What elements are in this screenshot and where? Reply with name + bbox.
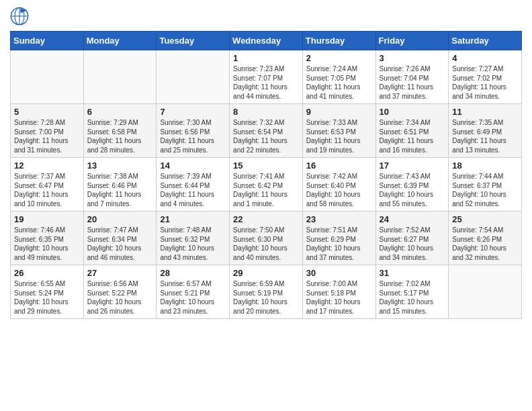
- day-number: 16: [306, 161, 372, 171]
- calendar-cell: 8Sunrise: 7:32 AM Sunset: 6:54 PM Daylig…: [230, 104, 303, 158]
- day-number: 17: [380, 161, 445, 171]
- day-number: 7: [160, 107, 226, 117]
- day-info: Sunrise: 7:00 AM Sunset: 5:18 PM Dayligh…: [306, 279, 372, 316]
- calendar-cell: 18Sunrise: 7:44 AM Sunset: 6:37 PM Dayli…: [449, 158, 522, 212]
- day-number: 22: [233, 214, 299, 224]
- day-number: 26: [14, 268, 80, 278]
- day-info: Sunrise: 7:54 AM Sunset: 6:26 PM Dayligh…: [452, 226, 518, 262]
- day-info: Sunrise: 7:52 AM Sunset: 6:27 PM Dayligh…: [380, 226, 445, 262]
- calendar-cell: 26Sunrise: 6:55 AM Sunset: 5:24 PM Dayli…: [11, 265, 84, 319]
- day-info: Sunrise: 6:57 AM Sunset: 5:21 PM Dayligh…: [160, 279, 226, 316]
- calendar-cell: [157, 50, 230, 104]
- day-info: Sunrise: 7:29 AM Sunset: 6:58 PM Dayligh…: [87, 118, 153, 154]
- day-number: 13: [87, 161, 153, 171]
- calendar-cell: [449, 265, 522, 319]
- day-number: 3: [380, 53, 445, 63]
- calendar-cell: 12Sunrise: 7:37 AM Sunset: 6:47 PM Dayli…: [11, 158, 84, 212]
- day-number: 14: [160, 161, 226, 171]
- day-info: Sunrise: 7:39 AM Sunset: 6:44 PM Dayligh…: [160, 172, 226, 208]
- day-number: 25: [452, 214, 518, 224]
- calendar-table: SundayMondayTuesdayWednesdayThursdayFrid…: [10, 31, 522, 319]
- calendar-cell: 13Sunrise: 7:38 AM Sunset: 6:46 PM Dayli…: [83, 158, 157, 212]
- day-number: 1: [233, 53, 299, 63]
- calendar-cell: 28Sunrise: 6:57 AM Sunset: 5:21 PM Dayli…: [157, 265, 230, 319]
- calendar-cell: [11, 50, 84, 104]
- day-info: Sunrise: 6:56 AM Sunset: 5:22 PM Dayligh…: [87, 279, 153, 316]
- calendar-cell: 6Sunrise: 7:29 AM Sunset: 6:58 PM Daylig…: [83, 104, 157, 158]
- calendar-cell: 4Sunrise: 7:27 AM Sunset: 7:02 PM Daylig…: [449, 50, 522, 104]
- weekday-header-wednesday: Wednesday: [230, 32, 303, 50]
- page: SundayMondayTuesdayWednesdayThursdayFrid…: [0, 0, 532, 411]
- day-number: 30: [306, 268, 372, 278]
- day-number: 29: [233, 268, 299, 278]
- week-row-3: 12Sunrise: 7:37 AM Sunset: 6:47 PM Dayli…: [11, 158, 522, 212]
- calendar-cell: 29Sunrise: 6:59 AM Sunset: 5:19 PM Dayli…: [230, 265, 303, 319]
- calendar-cell: 14Sunrise: 7:39 AM Sunset: 6:44 PM Dayli…: [157, 158, 230, 212]
- calendar-cell: 2Sunrise: 7:24 AM Sunset: 7:05 PM Daylig…: [302, 50, 375, 104]
- day-number: 8: [233, 107, 299, 117]
- day-info: Sunrise: 7:02 AM Sunset: 5:17 PM Dayligh…: [380, 279, 445, 316]
- calendar-cell: 22Sunrise: 7:50 AM Sunset: 6:30 PM Dayli…: [230, 212, 303, 265]
- weekday-header-monday: Monday: [83, 32, 157, 50]
- day-number: 10: [380, 107, 445, 117]
- calendar-cell: 21Sunrise: 7:48 AM Sunset: 6:32 PM Dayli…: [157, 212, 230, 265]
- day-info: Sunrise: 7:47 AM Sunset: 6:34 PM Dayligh…: [87, 226, 153, 262]
- weekday-header-tuesday: Tuesday: [157, 32, 230, 50]
- day-number: 28: [160, 268, 226, 278]
- week-row-1: 1Sunrise: 7:23 AM Sunset: 7:07 PM Daylig…: [11, 50, 522, 104]
- calendar-cell: [83, 50, 157, 104]
- calendar-cell: 31Sunrise: 7:02 AM Sunset: 5:17 PM Dayli…: [375, 265, 449, 319]
- day-number: 20: [87, 214, 153, 224]
- calendar-cell: 5Sunrise: 7:28 AM Sunset: 7:00 PM Daylig…: [11, 104, 84, 158]
- calendar-cell: 27Sunrise: 6:56 AM Sunset: 5:22 PM Dayli…: [83, 265, 157, 319]
- day-info: Sunrise: 7:48 AM Sunset: 6:32 PM Dayligh…: [160, 226, 226, 262]
- calendar-cell: 30Sunrise: 7:00 AM Sunset: 5:18 PM Dayli…: [302, 265, 375, 319]
- day-info: Sunrise: 6:59 AM Sunset: 5:19 PM Dayligh…: [233, 279, 299, 316]
- week-row-2: 5Sunrise: 7:28 AM Sunset: 7:00 PM Daylig…: [11, 104, 522, 158]
- logo: [10, 7, 32, 26]
- day-number: 31: [380, 268, 445, 278]
- calendar-cell: 20Sunrise: 7:47 AM Sunset: 6:34 PM Dayli…: [83, 212, 157, 265]
- day-number: 9: [306, 107, 372, 117]
- day-number: 27: [87, 268, 153, 278]
- calendar-cell: 23Sunrise: 7:51 AM Sunset: 6:29 PM Dayli…: [302, 212, 375, 265]
- day-number: 4: [452, 53, 518, 63]
- calendar-cell: 10Sunrise: 7:34 AM Sunset: 6:51 PM Dayli…: [375, 104, 449, 158]
- day-info: Sunrise: 7:34 AM Sunset: 6:51 PM Dayligh…: [380, 118, 445, 154]
- day-info: Sunrise: 7:43 AM Sunset: 6:39 PM Dayligh…: [380, 172, 445, 208]
- day-info: Sunrise: 7:27 AM Sunset: 7:02 PM Dayligh…: [452, 64, 518, 101]
- day-number: 24: [380, 214, 445, 224]
- week-row-4: 19Sunrise: 7:46 AM Sunset: 6:35 PM Dayli…: [11, 212, 522, 265]
- day-info: Sunrise: 7:23 AM Sunset: 7:07 PM Dayligh…: [233, 64, 299, 101]
- day-number: 5: [14, 107, 80, 117]
- day-number: 15: [233, 161, 299, 171]
- day-info: Sunrise: 7:41 AM Sunset: 6:42 PM Dayligh…: [233, 172, 299, 208]
- day-info: Sunrise: 7:38 AM Sunset: 6:46 PM Dayligh…: [87, 172, 153, 208]
- calendar-cell: 7Sunrise: 7:30 AM Sunset: 6:56 PM Daylig…: [157, 104, 230, 158]
- calendar-cell: 16Sunrise: 7:42 AM Sunset: 6:40 PM Dayli…: [302, 158, 375, 212]
- week-row-5: 26Sunrise: 6:55 AM Sunset: 5:24 PM Dayli…: [11, 265, 522, 319]
- weekday-header-row: SundayMondayTuesdayWednesdayThursdayFrid…: [11, 32, 522, 50]
- day-info: Sunrise: 6:55 AM Sunset: 5:24 PM Dayligh…: [14, 279, 80, 316]
- calendar-cell: 17Sunrise: 7:43 AM Sunset: 6:39 PM Dayli…: [375, 158, 449, 212]
- day-number: 12: [14, 161, 80, 171]
- calendar-cell: 25Sunrise: 7:54 AM Sunset: 6:26 PM Dayli…: [449, 212, 522, 265]
- calendar-cell: 11Sunrise: 7:35 AM Sunset: 6:49 PM Dayli…: [449, 104, 522, 158]
- weekday-header-friday: Friday: [375, 32, 449, 50]
- calendar-cell: 15Sunrise: 7:41 AM Sunset: 6:42 PM Dayli…: [230, 158, 303, 212]
- day-info: Sunrise: 7:51 AM Sunset: 6:29 PM Dayligh…: [306, 226, 372, 262]
- day-info: Sunrise: 7:42 AM Sunset: 6:40 PM Dayligh…: [306, 172, 372, 208]
- day-info: Sunrise: 7:46 AM Sunset: 6:35 PM Dayligh…: [14, 226, 80, 262]
- day-info: Sunrise: 7:44 AM Sunset: 6:37 PM Dayligh…: [452, 172, 518, 208]
- calendar-cell: 9Sunrise: 7:33 AM Sunset: 6:53 PM Daylig…: [302, 104, 375, 158]
- day-number: 6: [87, 107, 153, 117]
- generalblue-icon: [10, 7, 29, 26]
- day-info: Sunrise: 7:30 AM Sunset: 6:56 PM Dayligh…: [160, 118, 226, 154]
- calendar-cell: 3Sunrise: 7:26 AM Sunset: 7:04 PM Daylig…: [375, 50, 449, 104]
- day-number: 18: [452, 161, 518, 171]
- weekday-header-sunday: Sunday: [11, 32, 84, 50]
- day-number: 23: [306, 214, 372, 224]
- day-info: Sunrise: 7:26 AM Sunset: 7:04 PM Dayligh…: [380, 64, 445, 101]
- calendar-cell: 24Sunrise: 7:52 AM Sunset: 6:27 PM Dayli…: [375, 212, 449, 265]
- day-number: 11: [452, 107, 518, 117]
